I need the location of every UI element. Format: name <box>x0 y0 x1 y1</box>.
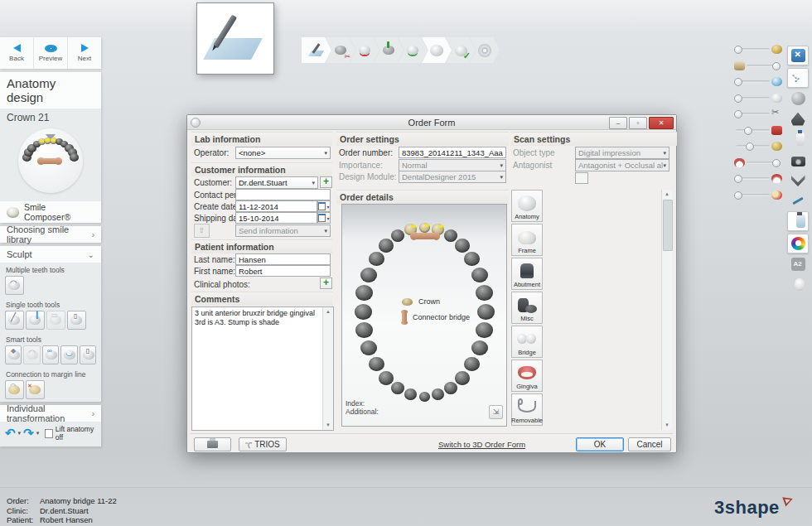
close-button[interactable]: ✕ <box>649 117 674 129</box>
scan-pen-step[interactable] <box>302 37 331 63</box>
tooth[interactable] <box>471 268 488 282</box>
sculpt-section[interactable]: Sculpt ⌄ <box>0 246 101 263</box>
slider-track[interactable] <box>736 48 770 51</box>
chain-link-button[interactable] <box>42 345 59 364</box>
first-name-input[interactable] <box>235 265 331 277</box>
order-number-input[interactable] <box>399 147 506 158</box>
tooth[interactable] <box>455 239 470 253</box>
slider-handle[interactable] <box>744 127 752 135</box>
individual-transformation-section[interactable]: Individual transformation › <box>0 405 101 422</box>
back-button[interactable]: Back <box>0 37 34 69</box>
trios-button[interactable]: “(” TRIOS <box>239 437 287 451</box>
scroll-up-icon[interactable]: ▲ <box>323 307 333 316</box>
tooth[interactable] <box>477 304 495 320</box>
tooth[interactable] <box>379 371 394 385</box>
pillar-tool-button[interactable] <box>80 345 96 364</box>
switch-to-3d-order-form-link[interactable]: Switch to 3D Order Form <box>438 440 525 449</box>
create-date-picker[interactable]: ▾ <box>317 200 331 212</box>
slider-handle[interactable] <box>734 191 742 200</box>
tooth[interactable] <box>391 382 404 394</box>
slider-handle[interactable] <box>772 159 781 167</box>
dialog-scrollbar[interactable]: ▲ ▼ <box>661 190 672 430</box>
cancel-button[interactable]: Cancel <box>628 437 671 451</box>
fit-view-button[interactable]: ↔↔ <box>787 68 809 88</box>
tooth[interactable] <box>379 239 394 253</box>
choosing-smile-library-section[interactable]: Choosing smile library › <box>0 226 101 243</box>
category-bridge-button[interactable]: Bridge <box>511 326 543 358</box>
arch-curve-button[interactable] <box>60 345 77 364</box>
tooth[interactable] <box>455 371 470 385</box>
tooth[interactable] <box>444 229 457 242</box>
expand-chart-icon[interactable]: ⇲ <box>489 405 503 419</box>
minimize-button[interactable]: – <box>609 117 627 129</box>
tooth[interactable] <box>391 229 404 242</box>
add-wax-button[interactable] <box>26 311 45 330</box>
add-clinical-photo-button[interactable]: + <box>320 277 332 289</box>
tooth[interactable] <box>476 285 493 301</box>
tooth[interactable] <box>444 382 457 394</box>
close-view-button[interactable]: ✕ <box>787 46 809 65</box>
slider-handle[interactable] <box>734 110 742 118</box>
slider-track[interactable] <box>736 97 770 99</box>
tooth[interactable] <box>369 252 384 266</box>
color-wheel-button[interactable] <box>787 234 809 253</box>
tooth[interactable] <box>419 392 430 402</box>
slider-track[interactable] <box>747 65 781 67</box>
texture-spray-button[interactable] <box>788 130 808 148</box>
slider-handle[interactable] <box>734 46 742 54</box>
scrollbar-thumb[interactable] <box>663 200 673 251</box>
scroll-down-icon[interactable]: ▼ <box>662 421 672 430</box>
slider-handle[interactable] <box>772 62 781 70</box>
tooth[interactable] <box>464 252 480 266</box>
comments-textarea[interactable]: 3 unit anterior bruxzir bridge gingival … <box>191 306 334 431</box>
operator-select[interactable]: <none>▾ <box>235 147 331 159</box>
redo-dropdown-icon[interactable]: ▾ <box>36 430 40 437</box>
tooth[interactable] <box>404 388 417 400</box>
slider-track[interactable] <box>747 162 781 164</box>
tooth[interactable] <box>360 340 377 355</box>
visibility-slider[interactable] <box>734 93 782 104</box>
lift-anatomy-checkbox-row[interactable]: Lift anatomy off <box>45 425 96 442</box>
arch-preview[interactable] <box>18 128 83 193</box>
slider-track[interactable] <box>736 113 770 115</box>
sculpt-knife-button[interactable] <box>5 311 24 330</box>
lift-anatomy-checkbox[interactable] <box>45 429 53 438</box>
category-abutment-button[interactable]: Abutment <box>511 258 543 290</box>
category-removable-button[interactable]: Removable <box>511 393 543 426</box>
stamp-tool-button[interactable] <box>5 345 22 364</box>
tooth-preview-button[interactable] <box>788 276 808 294</box>
comments-scrollbar[interactable]: ▲ ▼ <box>322 307 333 430</box>
hide-object-button[interactable] <box>788 171 808 189</box>
tooth[interactable] <box>355 285 373 301</box>
tooth[interactable] <box>476 322 493 338</box>
visibility-slider[interactable] <box>734 190 782 200</box>
slider-handle[interactable] <box>734 78 742 86</box>
dental-chart[interactable]: CrownConnector bridge Index: Additional:… <box>341 204 507 427</box>
slider-handle[interactable] <box>734 175 742 183</box>
tooth-highlighted[interactable] <box>419 223 430 233</box>
disconnect-margin-button[interactable] <box>26 380 45 399</box>
shipping-date-picker[interactable]: ▾ <box>317 212 331 224</box>
snapshot-button[interactable] <box>788 151 808 169</box>
tooth[interactable] <box>464 357 480 371</box>
rotate-view-button[interactable] <box>788 89 808 108</box>
arc-bend-button[interactable] <box>5 276 24 295</box>
visibility-slider[interactable] <box>734 157 782 168</box>
slider-track[interactable] <box>736 129 770 132</box>
ok-button[interactable]: OK <box>576 437 624 451</box>
visibility-slider[interactable] <box>734 44 782 55</box>
category-misc-button[interactable]: Misc <box>511 292 543 324</box>
category-frame-button[interactable]: Frame <box>511 224 543 256</box>
last-name-input[interactable] <box>235 253 331 265</box>
pillar-tool-button[interactable] <box>67 311 86 330</box>
category-anatomy-button[interactable]: Anatomy <box>511 190 543 222</box>
visibility-slider[interactable] <box>734 173 782 184</box>
slider-track[interactable] <box>736 80 770 83</box>
maximize-button[interactable]: ▫ <box>629 117 647 129</box>
slider-track[interactable] <box>736 194 770 196</box>
tooth[interactable] <box>369 357 384 371</box>
next-button[interactable]: Next <box>68 37 101 69</box>
measure-tool-button[interactable] <box>788 191 808 210</box>
shipping-date-input[interactable] <box>235 212 317 224</box>
slider-handle[interactable] <box>746 142 754 151</box>
